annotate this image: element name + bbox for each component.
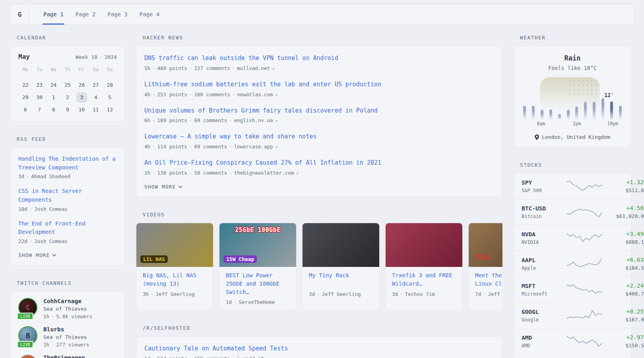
hackernews-item: Lowercase – A simple way to take and sha…: [144, 132, 494, 150]
calendar-day: 10: [75, 103, 89, 116]
section-label-stocks: STOCKS: [520, 162, 632, 168]
stock-sparkline: [566, 205, 603, 219]
channel-name: ThePrimeagen: [43, 354, 85, 358]
hackernews-item-title[interactable]: Unique volumes of Brothers Grimm fairy t…: [144, 107, 494, 115]
meta-part: 69 comments: [194, 144, 227, 150]
video-title[interactable]: Traefik 3 and FREE Wildcard…: [392, 271, 456, 288]
video-title[interactable]: My Tiny Rack: [309, 271, 373, 288]
tab-page-1[interactable]: Page 1: [37, 4, 70, 24]
top-nav: G Page 1Page 2Page 3Page 4: [10, 4, 634, 25]
weather-section: WEATHER Rain Feels like 10°C 12° 6am2pm1…: [513, 35, 632, 148]
stock-row[interactable]: AAPLApple+6.63%$184.51: [514, 251, 631, 276]
rss-item-title[interactable]: Handling The Indentation of a Treeview C…: [18, 155, 117, 172]
weekday-label: Su: [103, 64, 117, 75]
weather-widget: Rain Feels like 10°C 12° 6am2pm10pm Lond…: [513, 46, 632, 148]
temperature-bar: [601, 98, 604, 120]
stock-price: $511.69: [603, 187, 644, 193]
item-meta: 1h·5.8k viewers: [43, 313, 92, 319]
stock-row[interactable]: AMDAMD+2.97%$150.50: [514, 328, 631, 354]
calendar-day: 9: [60, 103, 74, 116]
sparkline-chart: [566, 308, 603, 323]
temperature-bar: [541, 110, 543, 120]
thumbnail-overlay-text: FAS: [473, 251, 494, 263]
twitch-channel-row[interactable]: CLIVECohhCarnageSea of Thieves1h·5.8k vi…: [18, 298, 117, 319]
dot-separator: ·: [398, 291, 405, 297]
video-card[interactable]: LIL NASBig NAS, Lil NAS (moving 13)3h·Je…: [136, 223, 213, 311]
reddit-widget: Cautionary Tale on Automated Speed Tests…: [136, 336, 502, 358]
stock-values: +6.63%$184.51: [603, 257, 644, 271]
calendar-day: 28: [103, 79, 117, 91]
hackernews-item-title[interactable]: DNS traffic can leak outside the VPN tun…: [144, 54, 494, 63]
hackernews-item-title[interactable]: Lithium-free sodium batteries exit the l…: [144, 80, 494, 89]
hackernews-list: DNS traffic can leak outside the VPN tun…: [144, 54, 494, 176]
weekday-label: Sa: [89, 64, 103, 75]
channel-info: ThePrimeagen: [43, 354, 85, 358]
dot-separator: ·: [150, 91, 157, 97]
video-card[interactable]: FASMeet the Linux Clu7d·Jeff Geerling: [468, 223, 502, 311]
hackernews-item-title[interactable]: An Oil Price-Fixing Conspiracy Caused 27…: [144, 159, 494, 167]
dot-separator: ·: [232, 299, 239, 305]
rss-item-title[interactable]: The End of Front-End Development: [18, 220, 117, 237]
twitch-channel-row[interactable]: ThePrimeagen: [18, 354, 117, 358]
reddit-item-title[interactable]: Cautionary Tale on Automated Speed Tests: [144, 344, 494, 353]
video-card[interactable]: 25GbE 100GbE15W CheapBEST Low Power 25Gb…: [219, 223, 297, 311]
stock-change: +6.63%: [603, 257, 644, 263]
hackernews-item-title[interactable]: Lowercase – A simple way to take and sha…: [144, 132, 494, 141]
video-title[interactable]: Big NAS, Lil NAS (moving 13): [143, 271, 207, 288]
stock-name: Apple: [522, 265, 566, 271]
dot-separator: ·: [227, 144, 234, 150]
app-logo[interactable]: G: [10, 4, 29, 24]
stock-row[interactable]: SPYS&P 500+1.32%$511.69: [514, 173, 631, 199]
stock-price: $888.12: [603, 239, 644, 245]
hackernews-show-more-button[interactable]: SHOW MORE: [144, 184, 494, 190]
weekday-label: Fr: [75, 64, 89, 75]
chevron-down-icon: [178, 185, 182, 188]
dot-separator: ·: [24, 173, 31, 179]
calendar-day: 4: [89, 91, 103, 103]
video-card[interactable]: My Tiny Rack3d·Jeff Geerling: [302, 223, 380, 311]
dot-separator: ·: [315, 291, 322, 297]
meta-part: 3d: [309, 291, 315, 297]
item-meta: 22d·Josh Comeau: [18, 238, 117, 244]
twitch-section: TWITCH CHANNELS CLIVECohhCarnageSea of T…: [10, 280, 125, 358]
section-label-videos: VIDEOS: [143, 212, 502, 218]
temperature-bar: [584, 102, 587, 120]
video-thumbnail: [303, 223, 379, 267]
dot-separator: ·: [150, 170, 157, 176]
avatar-wrap: [18, 354, 37, 358]
location-pin-icon: [535, 134, 539, 140]
meta-part: 6h: [144, 117, 150, 123]
stock-id: AAPLApple: [522, 257, 566, 271]
rss-item-title[interactable]: CSS in React Server Components: [18, 187, 117, 204]
stock-row[interactable]: BTC-USDBitcoin+4.56%$61,820.02: [514, 199, 631, 225]
meta-part: 7d: [475, 291, 481, 297]
video-thumbnail: LIL NAS: [136, 223, 213, 267]
stock-sparkline: [566, 308, 603, 323]
tab-page-4[interactable]: Page 4: [134, 4, 166, 24]
item-meta: 3d·Jeff Geerling: [309, 291, 373, 297]
source-domain: thebignewsletter.com: [234, 170, 294, 176]
stock-row[interactable]: MSFTMicrosoft+2.24%$406.76: [514, 276, 631, 302]
dot-separator: ·: [149, 291, 156, 297]
video-title[interactable]: BEST Low Power 25GbE and 100GbE Switch…: [226, 271, 290, 296]
meta-part: 155 comments: [194, 356, 230, 358]
tab-page-2[interactable]: Page 2: [70, 4, 102, 24]
source-domain: lowercase.app: [234, 144, 273, 150]
video-title[interactable]: Meet the Linux Clu: [475, 271, 502, 288]
channel-name: Blurbs: [43, 326, 89, 333]
hour-label: 10pm: [607, 121, 619, 126]
twitch-channel-row[interactable]: BLIVEBlurbsSea of Thieves1h·277 viewers: [18, 326, 117, 348]
tab-page-3[interactable]: Page 3: [101, 4, 134, 24]
stock-values: +2.97%$150.50: [603, 334, 644, 348]
meta-part: 189 points: [157, 117, 187, 123]
section-label-twitch: TWITCH CHANNELS: [17, 280, 125, 286]
source-domain: english.nv.ua: [234, 117, 273, 123]
stock-values: +3.49%$888.12: [603, 231, 644, 245]
rss-item: CSS in React Server Components18d·Josh C…: [18, 187, 117, 212]
rss-show-more-button[interactable]: SHOW MORE: [18, 252, 117, 258]
stock-row[interactable]: GOOGLGoogle+0.25%$167.03: [514, 302, 631, 328]
stock-row[interactable]: NVDANVIDIA+3.49%$888.12: [514, 225, 631, 251]
video-card[interactable]: Traefik 3 and FREE Wildcard…3d·Techno Ti…: [385, 223, 463, 311]
stock-row[interactable]: RDDT-1.59%: [514, 354, 631, 358]
dot-separator: ·: [187, 356, 194, 358]
